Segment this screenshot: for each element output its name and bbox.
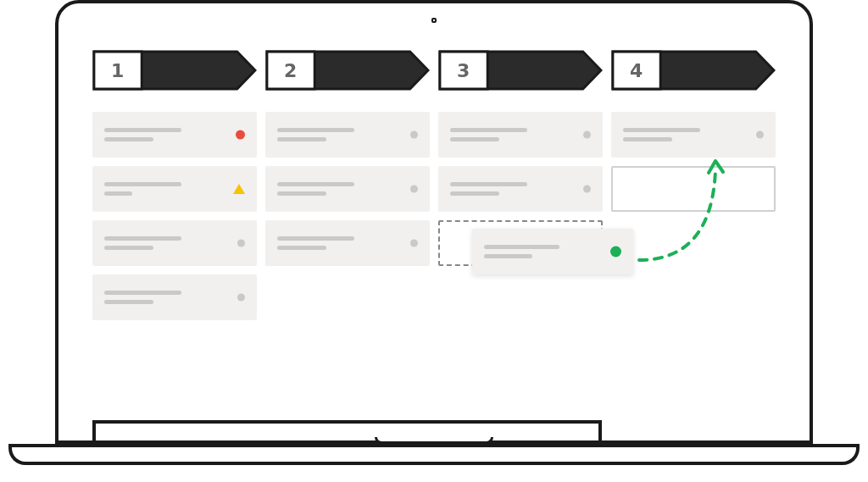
kanban-card[interactable]	[438, 166, 603, 212]
card-text-line	[104, 182, 181, 186]
camera-icon	[431, 18, 437, 23]
column-header-1[interactable]: 1	[92, 50, 257, 91]
card-text-line	[450, 191, 499, 196]
status-gray-dot-icon	[410, 240, 418, 247]
status-red-dot-icon	[236, 130, 245, 140]
column-header-label: 2	[284, 60, 297, 81]
laptop-frame: 1 2 3	[0, 0, 868, 482]
laptop-base	[8, 444, 860, 465]
column-header-label: 1	[111, 60, 124, 81]
kanban-card[interactable]	[92, 220, 257, 266]
status-green-dot-icon	[610, 247, 621, 258]
columns-container	[92, 112, 776, 320]
column-3	[438, 112, 603, 320]
card-text-line	[484, 254, 532, 258]
card-text-line	[277, 236, 354, 241]
column-header-4[interactable]: 4	[611, 50, 776, 91]
status-gray-dot-icon	[583, 131, 591, 139]
kanban-card[interactable]	[92, 112, 257, 158]
column-header-3[interactable]: 3	[438, 50, 603, 91]
card-text-line	[104, 191, 132, 196]
card-text-line	[104, 300, 153, 304]
card-text-line	[623, 128, 700, 132]
card-text-line	[277, 128, 354, 132]
kanban-card[interactable]	[438, 112, 603, 158]
card-text-line	[104, 291, 181, 295]
kanban-card[interactable]	[611, 112, 776, 158]
card-text-line	[484, 245, 559, 249]
card-text-line	[104, 128, 181, 132]
card-text-line	[450, 128, 527, 132]
card-text-line	[277, 246, 326, 250]
status-gray-dot-icon	[410, 131, 418, 139]
status-yellow-triangle-icon	[233, 184, 245, 194]
dragging-card[interactable]	[472, 229, 633, 274]
card-text-line	[277, 182, 354, 186]
card-text-line	[450, 182, 527, 186]
card-text-line	[277, 137, 326, 141]
status-gray-dot-icon	[237, 294, 245, 302]
column-header-label: 4	[630, 60, 643, 81]
column-1	[92, 112, 257, 320]
laptop-notch	[375, 437, 493, 444]
kanban-card[interactable]	[265, 112, 430, 158]
status-gray-dot-icon	[410, 186, 418, 193]
scroll-track	[92, 420, 602, 440]
column-header-2[interactable]: 2	[265, 50, 430, 91]
kanban-board: 1 2 3	[75, 37, 793, 440]
card-text-line	[450, 137, 499, 141]
card-text-line	[623, 137, 672, 141]
kanban-card[interactable]	[265, 166, 430, 212]
status-gray-dot-icon	[237, 240, 245, 247]
kanban-card[interactable]	[92, 166, 257, 212]
kanban-card[interactable]	[92, 274, 257, 320]
status-gray-dot-icon	[583, 186, 591, 193]
card-text-line	[104, 137, 153, 141]
card-text-line	[277, 191, 326, 196]
card-text-line	[104, 236, 181, 241]
column-header-label: 3	[457, 60, 470, 81]
status-gray-dot-icon	[756, 131, 764, 139]
kanban-card[interactable]	[265, 220, 430, 266]
screen-content: 1 2 3	[75, 37, 793, 440]
drag-arrow-icon	[635, 154, 754, 264]
column-headers-row: 1 2 3	[92, 50, 776, 91]
card-text-line	[104, 246, 153, 250]
column-2	[265, 112, 430, 320]
laptop-screen: 1 2 3	[55, 0, 813, 444]
